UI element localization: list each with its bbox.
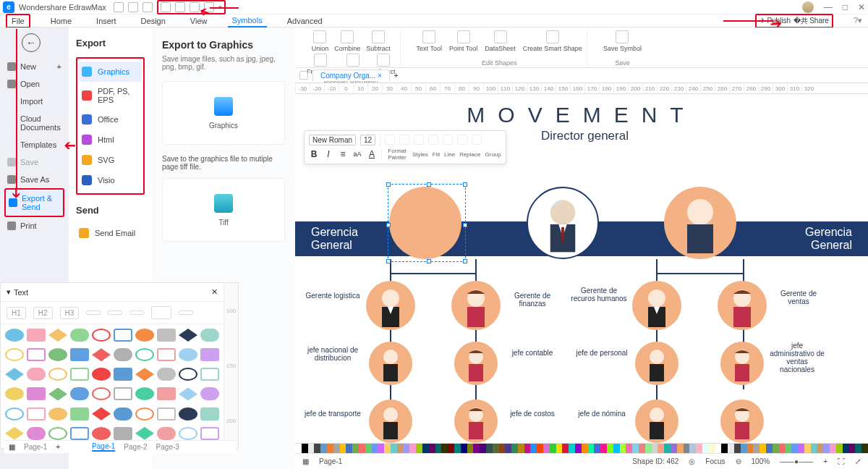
home-tab-icon[interactable] [299, 71, 308, 80]
shape-thumb[interactable] [179, 329, 197, 342]
back-button[interactable]: ← [22, 33, 41, 52]
print-icon[interactable] [190, 2, 200, 12]
shape-thumb[interactable] [157, 407, 176, 421]
h1-button[interactable]: H1 [7, 307, 26, 319]
add-tab-icon[interactable]: + [394, 72, 399, 80]
point-tool-button[interactable]: Point Tool [449, 30, 477, 52]
share-button[interactable]: �共 Share [793, 16, 829, 26]
shape-thumb[interactable] [114, 407, 132, 421]
menu-insert[interactable]: Insert [92, 15, 121, 27]
shape-thumb[interactable] [5, 368, 24, 381]
save-icon[interactable] [175, 2, 185, 12]
align-icon[interactable]: ≡ [338, 149, 348, 159]
menu-design[interactable]: Design [137, 15, 170, 27]
shape-thumb[interactable] [200, 329, 219, 342]
shape-thumb[interactable] [135, 427, 154, 440]
fm-templates[interactable]: Templates [4, 136, 64, 153]
close-icon[interactable]: ✕ [858, 2, 865, 12]
union-button[interactable]: Union [312, 30, 329, 52]
fm-import[interactable]: Import [4, 93, 64, 110]
p-r2-c[interactable] [635, 342, 678, 385]
shape-thumb[interactable] [5, 329, 24, 342]
smart-shape-button[interactable]: Create Smart Shape [523, 30, 582, 52]
p-r2-b[interactable] [454, 342, 498, 385]
fm-open[interactable]: Open [4, 75, 64, 93]
text-tool-button[interactable]: Text Tool [417, 30, 442, 52]
shape-thumb[interactable] [48, 368, 67, 381]
undo-icon[interactable] [114, 2, 124, 12]
p-r3-d[interactable] [720, 400, 764, 443]
shape-thumb[interactable] [5, 348, 24, 361]
shape-thumb[interactable] [157, 427, 176, 440]
group-icon[interactable] [457, 135, 467, 145]
maximize-icon[interactable]: □ [843, 2, 848, 12]
send-email[interactable]: Send Email [76, 223, 145, 243]
bold-icon[interactable]: B [309, 149, 319, 159]
shape-thumb[interactable] [135, 387, 154, 400]
shape-thumb[interactable] [5, 387, 24, 400]
combine-button[interactable]: Combine [334, 30, 360, 52]
font-select[interactable]: New Roman [309, 135, 356, 145]
layout-icon[interactable]: ▦ [302, 457, 309, 465]
shape-thumb[interactable] [27, 368, 46, 381]
export-office[interactable]: Office [79, 109, 142, 130]
p-r1-c[interactable] [632, 281, 681, 330]
shape-thumb[interactable] [27, 407, 46, 421]
help-icon[interactable]: ?▾ [854, 16, 862, 25]
zoom-slider[interactable]: ——●—— [780, 457, 813, 465]
shape-thumb[interactable] [48, 348, 67, 361]
shape-thumb[interactable] [70, 387, 89, 400]
p-r2-d[interactable] [720, 342, 764, 385]
subtract-button[interactable]: Subtract [366, 30, 391, 52]
zoom-in-icon[interactable]: + [823, 457, 827, 465]
fm-print[interactable]: Print [4, 217, 64, 234]
shape-thumb[interactable] [114, 329, 132, 342]
fontsize-select[interactable]: 12 [360, 135, 375, 145]
shape-thumb[interactable] [135, 407, 154, 421]
textcase-icon[interactable]: aA [352, 151, 362, 158]
person-gg-right[interactable] [664, 187, 736, 259]
menu-file[interactable]: File [6, 14, 30, 28]
collapse-icon[interactable]: ▾ [7, 287, 11, 297]
shape-thumb[interactable] [48, 387, 67, 400]
datasheet-button[interactable]: DataSheet [485, 30, 516, 52]
fill-icon[interactable] [414, 135, 424, 145]
shape-thumb[interactable] [70, 368, 89, 381]
shape-thumb[interactable] [5, 427, 24, 440]
shape-thumb[interactable] [114, 387, 132, 400]
shape-thumb[interactable] [92, 368, 111, 381]
doc-tab[interactable]: Company Orga... × [312, 69, 390, 81]
shape-thumb[interactable] [70, 427, 89, 440]
replace-icon[interactable] [443, 135, 453, 145]
new-icon[interactable] [142, 2, 153, 12]
status-page1[interactable]: Page-1 [319, 457, 342, 465]
shape-thumb[interactable] [200, 368, 219, 381]
export-graphics[interactable]: Graphics [79, 62, 142, 82]
shape-thumb[interactable] [157, 387, 176, 400]
pt-1[interactable]: Page-1 [24, 443, 47, 451]
close-dock-icon[interactable]: ✕ [211, 287, 218, 297]
target-icon[interactable]: ◎ [689, 457, 695, 465]
tiff-card[interactable]: Tiff [162, 178, 285, 242]
shape-thumb[interactable] [135, 329, 154, 342]
pt-2[interactable]: Page-2 [124, 443, 147, 451]
shape-thumb[interactable] [179, 407, 197, 421]
p-r3-b[interactable] [454, 400, 498, 443]
p-r1-b[interactable] [451, 281, 501, 330]
menu-advanced[interactable]: Advanced [283, 15, 327, 27]
p-r1-a[interactable] [366, 281, 415, 330]
text-opt4[interactable] [179, 310, 193, 315]
shape-thumb[interactable] [27, 387, 46, 400]
shape-thumb[interactable] [48, 427, 67, 440]
p-r3-c[interactable] [635, 400, 678, 443]
save-symbol-button[interactable]: Save Symbol [603, 30, 642, 52]
format-painter-icon[interactable] [385, 135, 395, 145]
p-r1-d[interactable] [718, 281, 767, 330]
shape-thumb[interactable] [48, 407, 67, 421]
graphics-card[interactable]: Graphics [162, 81, 285, 145]
shape-thumb[interactable] [179, 427, 197, 440]
line-icon[interactable] [428, 135, 438, 145]
fm-save[interactable]: Save [4, 153, 64, 171]
open-icon[interactable] [161, 2, 171, 12]
pt-1b[interactable]: Page-1 [92, 442, 115, 452]
